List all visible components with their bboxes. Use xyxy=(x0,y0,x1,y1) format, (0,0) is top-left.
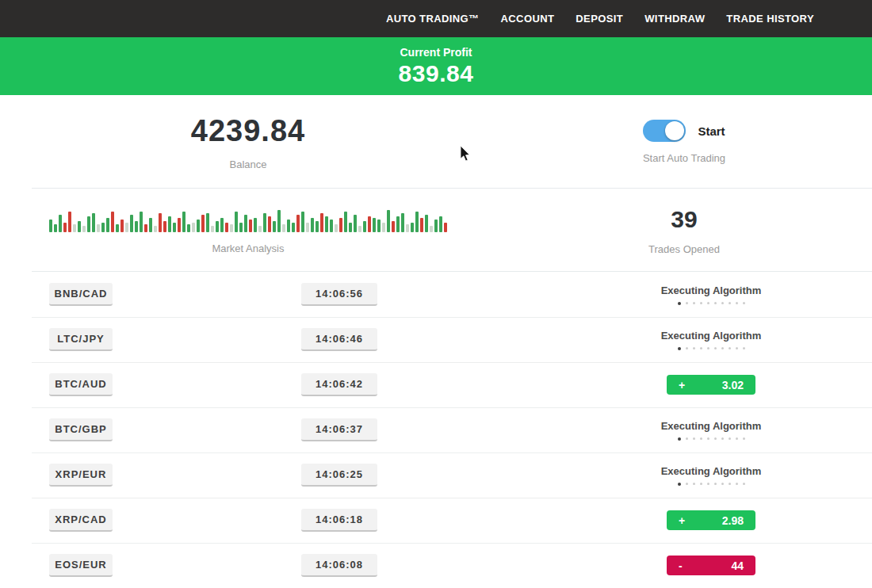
chart-bar xyxy=(97,224,100,232)
chart-bar xyxy=(220,218,224,232)
chart-bar xyxy=(301,212,304,232)
result-sign: - xyxy=(679,559,683,572)
chart-bar xyxy=(168,216,171,232)
chart-bar xyxy=(78,221,81,232)
toggle-knob-icon xyxy=(665,121,684,140)
nav-auto-trading[interactable]: AUTO TRADING™ xyxy=(386,13,480,25)
chart-bar xyxy=(101,223,105,232)
trade-status: Executing Algorithm xyxy=(629,284,793,305)
pair-badge: BNB/CAD xyxy=(49,283,113,306)
auto-trading-block: Start Start Auto Trading xyxy=(496,120,872,164)
top-navbar: AUTO TRADING™ ACCOUNT DEPOSIT WITHDRAW T… xyxy=(0,0,872,37)
chart-bar xyxy=(373,218,376,232)
nav-trade-history[interactable]: TRADE HISTORY xyxy=(726,13,814,25)
chart-bar xyxy=(368,216,371,232)
balance-block: 4239.84 Balance xyxy=(0,114,496,170)
profit-badge: +2.98 xyxy=(667,510,755,530)
current-profit-label: Current Profit xyxy=(400,46,472,59)
trade-time-badge: 14:06:08 xyxy=(301,554,377,577)
chart-bar xyxy=(87,216,90,232)
executing-algorithm-label: Executing Algorithm xyxy=(661,465,762,477)
chart-bar xyxy=(254,218,257,232)
trade-row: XRP/EUR 14:06:25 Executing Algorithm xyxy=(0,452,872,498)
auto-trading-label: Start Auto Trading xyxy=(643,152,725,164)
result-sign: + xyxy=(679,379,685,391)
trade-status: Executing Algorithm xyxy=(629,465,793,486)
result-amount: 2.98 xyxy=(722,514,744,527)
trade-time-badge: 14:06:25 xyxy=(301,464,377,487)
chart-bar xyxy=(287,220,290,232)
chart-bar xyxy=(149,218,152,232)
chart-bar xyxy=(182,212,185,232)
chart-bar xyxy=(268,216,271,232)
pair-badge: BTC/AUD xyxy=(49,373,113,396)
trade-row: BTC/GBP 14:06:37 Executing Algorithm xyxy=(0,407,872,452)
chart-bar xyxy=(144,224,147,232)
chart-bar xyxy=(273,221,276,232)
trades-opened-label: Trades Opened xyxy=(648,243,720,255)
chart-bar xyxy=(396,216,400,232)
pair-badge: LTC/JPY xyxy=(49,328,113,351)
chart-bar xyxy=(358,226,361,232)
chart-bar xyxy=(116,224,119,232)
chart-bar xyxy=(201,215,205,232)
chart-bar xyxy=(159,213,162,232)
chart-bar xyxy=(296,215,300,232)
chart-bar xyxy=(316,221,319,232)
executing-algorithm-label: Executing Algorithm xyxy=(661,330,762,342)
chart-bar xyxy=(377,220,381,232)
chart-bar xyxy=(363,221,366,232)
chart-bar xyxy=(235,212,238,232)
chart-bar xyxy=(187,224,190,232)
chart-bar xyxy=(430,226,433,232)
chart-bar xyxy=(354,215,357,232)
chart-bar xyxy=(415,212,419,232)
nav-withdraw[interactable]: WITHDRAW xyxy=(644,13,705,25)
executing-algorithm-label: Executing Algorithm xyxy=(661,284,762,296)
auto-trading-toggle[interactable] xyxy=(643,120,686,142)
chart-bar xyxy=(244,215,247,232)
chart-bar xyxy=(292,223,295,232)
balance-label: Balance xyxy=(230,158,267,170)
balance-section: 4239.84 Balance Start Start Auto Trading xyxy=(0,95,872,189)
executing-progress-dots xyxy=(678,347,745,350)
executing-progress-dots xyxy=(678,437,745,441)
chart-bar xyxy=(111,212,114,232)
trade-status: +2.98 xyxy=(629,510,793,530)
pair-badge: EOS/EUR xyxy=(49,554,113,577)
chart-bar xyxy=(282,224,285,232)
trade-time-badge: 14:06:18 xyxy=(301,509,377,532)
chart-bar xyxy=(335,224,338,232)
nav-account[interactable]: ACCOUNT xyxy=(501,13,555,25)
chart-bar xyxy=(82,226,86,232)
chart-bar xyxy=(263,213,266,232)
chart-bar xyxy=(106,218,109,232)
trade-list: BNB/CAD 14:06:56 Executing Algorithm LTC… xyxy=(0,272,872,588)
chart-bar xyxy=(54,224,57,232)
chart-bar xyxy=(325,216,328,232)
trade-row: BNB/CAD 14:06:56 Executing Algorithm xyxy=(0,272,872,317)
trade-row: LTC/JPY 14:06:46 Executing Algorithm xyxy=(0,317,872,362)
chart-bar xyxy=(382,223,385,232)
chart-bar xyxy=(239,223,243,232)
chart-bar xyxy=(420,218,423,232)
balance-value: 4239.84 xyxy=(191,114,305,148)
chart-bar xyxy=(206,213,209,232)
chart-bar xyxy=(344,212,347,232)
chart-bar xyxy=(92,213,95,232)
chart-bar xyxy=(444,223,447,232)
chart-bar xyxy=(211,226,214,232)
nav-deposit[interactable]: DEPOSIT xyxy=(576,13,623,25)
trades-opened-block: 39 Trades Opened xyxy=(496,206,872,255)
trade-status: Executing Algorithm xyxy=(629,420,793,441)
trade-row: XRP/CAD 14:06:18 +2.98 xyxy=(0,498,872,543)
trade-time-badge: 14:06:56 xyxy=(301,283,377,306)
chart-bar xyxy=(192,223,195,232)
chart-bar xyxy=(311,218,314,232)
chart-bar xyxy=(216,221,219,232)
chart-bar xyxy=(197,220,200,232)
chart-bar xyxy=(434,220,438,232)
chart-bar xyxy=(411,223,414,232)
trade-time-badge: 14:06:42 xyxy=(301,373,377,396)
trade-time-badge: 14:06:37 xyxy=(301,418,377,441)
